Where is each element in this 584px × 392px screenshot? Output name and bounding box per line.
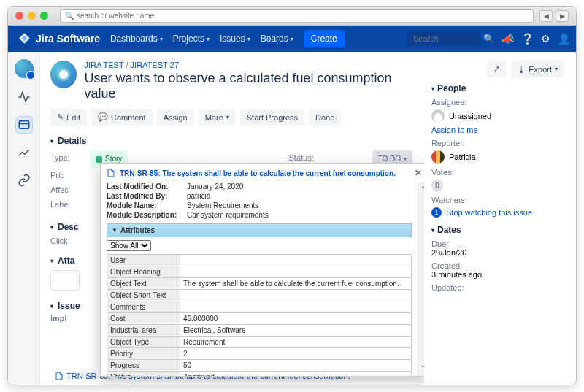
meta-module-name-value: System Requirements (187, 201, 412, 210)
rail-reports-icon[interactable] (15, 144, 33, 161)
export-button[interactable]: ⭳Export▾ (511, 61, 564, 77)
attr-name: Object Heading (107, 266, 180, 278)
due-value: 29/Jan/20 (431, 248, 564, 257)
notifications-icon[interactable]: 📣 (502, 33, 514, 45)
attr-name: Object Text (107, 278, 180, 290)
nav-forward-button[interactable]: ▶ (556, 10, 569, 22)
popup-close-button[interactable]: ✕ (415, 168, 422, 178)
table-row: Object Short Text (107, 290, 412, 301)
popup-title: TRN-SR-85: The system shall be able to c… (120, 169, 396, 177)
votes-count: 0 (431, 180, 443, 191)
assignee-label: Assignee: (431, 98, 564, 107)
attributes-header[interactable]: ▼Attributes (107, 223, 412, 237)
attr-name: Object Type (107, 337, 180, 348)
labels-label: Labe (50, 197, 82, 212)
pencil-icon: ✎ (57, 112, 64, 122)
project-avatar[interactable] (15, 59, 34, 78)
share-button[interactable]: ↗ (487, 61, 507, 77)
priority-label: Prio (50, 168, 82, 182)
help-icon[interactable]: ❔ (521, 33, 534, 45)
type-label: Type: (50, 150, 82, 168)
attr-value (180, 301, 412, 313)
attr-name: Comments (107, 301, 180, 313)
issue-project-avatar (50, 61, 77, 88)
document-icon (55, 372, 64, 380)
global-search-input[interactable] (407, 31, 480, 46)
attr-value: The system shall be able to calculate th… (180, 278, 412, 290)
table-row: Progress50 (107, 360, 412, 372)
breadcrumb-issue[interactable]: JIRATEST-27 (131, 61, 179, 69)
votes-label: Votes: (431, 168, 564, 177)
menu-dashboards[interactable]: Dashboards▾ (110, 34, 163, 44)
profile-icon[interactable]: 👤 (558, 33, 570, 45)
people-header[interactable]: ▾People (431, 83, 564, 93)
attr-value: Approved (180, 372, 412, 377)
attr-value (180, 266, 412, 278)
meta-lastmod-by-label: Last Modified By: (107, 192, 187, 200)
menu-boards[interactable]: Boards▾ (261, 34, 293, 44)
created-label: Created: (431, 261, 564, 270)
share-icon: ↗ (493, 64, 500, 74)
url-input[interactable] (77, 12, 529, 20)
meta-lastmod-on-value: January 24, 2020 (187, 182, 412, 191)
attachments-dropzone[interactable] (50, 270, 80, 291)
window-minimize[interactable] (28, 12, 36, 20)
search-submit-icon[interactable]: 🔍 (483, 34, 494, 44)
rail-board-icon[interactable] (15, 116, 33, 134)
scroll-down-icon[interactable]: ˅ (421, 365, 424, 373)
menu-issues[interactable]: Issues▾ (220, 34, 250, 44)
meta-module-name-label: Module Name: (107, 201, 187, 210)
table-row: Cost46.000000 (107, 313, 412, 325)
created-value: 3 minutes ago (431, 270, 564, 279)
more-button[interactable]: More▾ (199, 109, 236, 126)
stop-watching-link[interactable]: Stop watching this issue (446, 208, 532, 217)
jira-logo[interactable]: Jira Software (18, 32, 100, 45)
attr-name: Progress (107, 360, 180, 372)
scroll-up-icon[interactable]: ˄ (421, 185, 424, 193)
unassigned-avatar (431, 109, 445, 123)
attr-value: Electrical, Software (180, 325, 412, 337)
watchers-label: Watchers: (431, 196, 564, 204)
section-details-header[interactable]: ▾Details (50, 136, 412, 146)
menu-projects[interactable]: Projects▾ (173, 34, 210, 44)
assign-to-me-link[interactable]: Assign to me (431, 126, 564, 134)
export-icon: ⭳ (518, 65, 526, 74)
start-progress-button[interactable]: Start Progress (240, 109, 304, 126)
window-close[interactable] (15, 12, 23, 20)
attr-value: 50 (180, 360, 412, 372)
dates-header[interactable]: ▾Dates (431, 225, 564, 235)
reporter-label: Reporter: (431, 139, 564, 147)
attr-name: Cost (107, 313, 180, 325)
create-button[interactable]: Create (304, 30, 345, 47)
nav-back-button[interactable]: ◀ (539, 10, 553, 22)
assignee-value: Unassigned (449, 112, 491, 120)
breadcrumb-project[interactable]: JIRA TEST (84, 61, 123, 69)
rail-link-icon[interactable] (15, 172, 33, 189)
browser-titlebar: 🔍 ◀ ▶ (8, 7, 576, 26)
due-label: Due: (431, 239, 564, 248)
attr-name: Object Short Text (107, 290, 180, 301)
table-row: Comments (107, 301, 412, 313)
url-bar[interactable]: 🔍 (60, 9, 534, 23)
attributes-filter-select[interactable]: Show All (107, 240, 151, 251)
attr-value: Requirement (180, 337, 412, 348)
window-zoom[interactable] (40, 12, 48, 20)
settings-icon[interactable]: ⚙ (541, 33, 550, 45)
rail-activity-icon[interactable] (15, 88, 33, 106)
table-row: User (107, 255, 412, 266)
attr-value (180, 290, 412, 301)
edit-button[interactable]: ✎Edit (50, 109, 87, 126)
table-row: Object TypeRequirement (107, 337, 412, 348)
meta-module-desc-value: Car system requirements (187, 211, 412, 219)
attr-value: 46.000000 (180, 313, 412, 325)
reporter-value: Patricia (449, 153, 476, 161)
reporter-avatar (431, 150, 445, 164)
attr-name: Status (107, 372, 180, 377)
comment-button[interactable]: 💬Comment (91, 109, 153, 126)
search-icon: 🔍 (65, 12, 74, 20)
done-button[interactable]: Done (309, 109, 341, 126)
attr-name: User (107, 255, 180, 266)
popup-scrollbar[interactable]: ˄ ˅ (418, 182, 424, 376)
svg-rect-0 (19, 121, 29, 129)
assign-button[interactable]: Assign (157, 109, 194, 126)
